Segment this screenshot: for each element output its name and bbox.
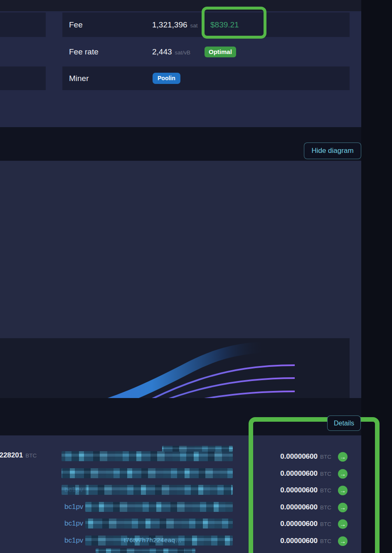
flow-diagram-card [0,161,361,398]
output-row: 0.00000600BTC → [233,502,348,512]
left-table-row-fragment [0,12,46,37]
fee-rate-row: Fee rate 2,443 sat/vB Optimal [62,40,350,64]
fee-rate-label: Fee rate [62,47,99,57]
fee-details-card: Fee 1,321,396 sat $839.21 Fee rate 2,443… [0,0,361,127]
output-arrow-icon[interactable]: → [338,503,348,512]
blurred-address [62,485,86,495]
card-top-divider [0,0,361,11]
output-amount: 0.00000600 [280,469,318,478]
output-arrow-icon[interactable]: → [338,452,348,462]
miner-row: Miner Poolin [62,66,350,90]
btc-unit: BTC [320,538,331,544]
input-address-row: bc1pv [62,485,233,495]
btc-unit: BTC [320,521,331,527]
blurred-address [62,468,233,478]
hide-diagram-button[interactable]: Hide diagram [304,143,361,159]
section-divider-strip [0,398,361,435]
address-link[interactable]: bc1pv [64,502,83,512]
btc-unit: BTC [320,487,331,494]
input-address-row: bc1pv t76tv7h7h224eaq… [62,536,233,546]
output-amount: 0.00000600 [280,486,318,494]
fee-rate-value: 2,443 sat/vB [152,47,190,57]
output-amount: 0.00000600 [280,520,318,528]
blurred-address [62,451,233,461]
blurred-address [85,519,233,528]
output-arrow-icon[interactable]: → [338,519,348,529]
miner-label: Miner [62,74,89,83]
transaction-page: Fee 1,321,396 sat $839.21 Fee rate 2,443… [0,0,392,553]
left-table-row-fragment [0,66,46,90]
optimal-badge: Optimal [205,47,236,57]
output-arrow-icon[interactable]: → [338,486,348,495]
address-link[interactable]: bc1pv [64,536,83,546]
satvb-unit: sat/vB [175,49,191,56]
output-row: 0.00000600BTC → [233,519,348,529]
blurred-address [85,485,233,495]
sat-unit: sat [190,22,198,29]
blurred-address [96,548,195,553]
input-address-row: bc1pv [62,519,233,528]
output-row: 0.00000600BTC → [233,485,348,495]
fee-value: 1,321,396 sat [152,20,198,29]
btc-unit: BTC [320,471,331,477]
fee-fiat-value: $839.21 [210,20,239,29]
details-button[interactable]: Details [327,415,361,431]
output-arrow-icon[interactable]: → [338,536,348,546]
btc-unit: BTC [320,454,331,460]
address-link[interactable]: bc1pv [64,519,83,528]
output-amount: 0.00000600 [280,503,318,511]
output-arrow-icon[interactable]: → [338,469,348,479]
input-address-row [62,451,233,461]
btc-unit: BTC [320,504,331,511]
btc-unit: BTC [25,452,37,459]
output-row: 0.00000600BTC → [233,536,348,546]
blurred-address [85,502,233,512]
fee-row: Fee 1,321,396 sat $839.21 [62,12,350,37]
output-row: 0.00000600BTC → [233,469,348,479]
address-fragment[interactable]: t76tv7h7h224eaq… [124,536,182,543]
blurred-address [162,446,233,452]
input-address-row [62,468,233,478]
poolin-badge[interactable]: Poolin [153,73,180,84]
input-address-row: bc1pv [62,502,233,512]
fee-label: Fee [62,20,83,29]
input-total-amount: 3228201BTC [0,451,37,460]
output-amount: 0.00000600 [280,537,318,545]
output-row: 0.00000600BTC → [233,452,348,462]
output-amount: 0.00000600 [280,452,318,461]
